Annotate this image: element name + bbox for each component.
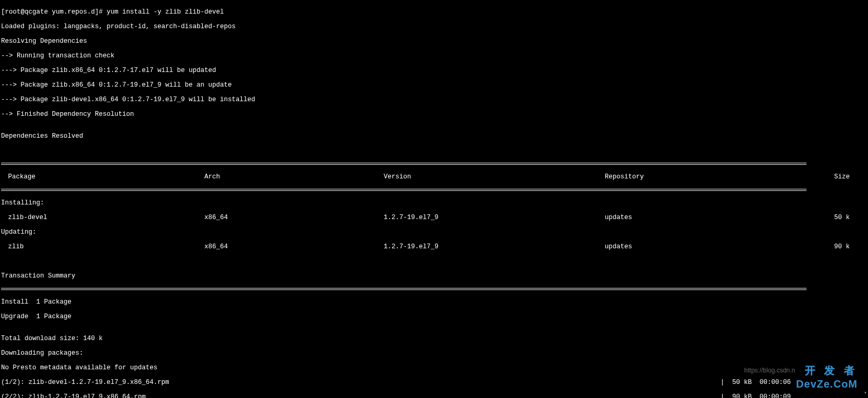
line: Total download size: 140 k bbox=[1, 335, 868, 342]
col-header-arch: Arch bbox=[204, 173, 384, 180]
scroll-down-icon[interactable]: ▾ bbox=[864, 390, 867, 397]
line: No Presto metadata available for updates bbox=[1, 364, 868, 371]
col-header-repository: Repository bbox=[605, 173, 798, 180]
download-row: (2/2): zlib-1.2.7-19.el7_9.x86_64.rpm | … bbox=[1, 393, 806, 398]
summary-line: Upgrade 1 Package bbox=[1, 313, 868, 320]
line: ---> Package zlib.x86_64 0:1.2.7-19.el7_… bbox=[1, 81, 868, 89]
col-header-size: Size bbox=[798, 173, 860, 180]
blank bbox=[1, 147, 868, 154]
watermark-cn: 开 发 者 bbox=[805, 367, 858, 374]
line: Loaded plugins: langpacks, product-id, s… bbox=[1, 23, 868, 30]
blank bbox=[1, 258, 868, 265]
summary-line: Install 1 Package bbox=[1, 298, 868, 306]
line: ---> Package zlib-devel.x86_64 0:1.2.7-1… bbox=[1, 96, 868, 103]
line: --> Finished Dependency Resolution bbox=[1, 111, 868, 118]
watermark-url: https://blog.csdn.n bbox=[744, 367, 795, 374]
prompt-line-1: [root@qcgate yum.repos.d]# yum install -… bbox=[1, 8, 868, 16]
line: Resolving Dependencies bbox=[1, 38, 868, 45]
table-row: zlib x86_64 1.2.7-19.el7_9 updates 90 k bbox=[1, 243, 868, 250]
transaction-summary-label: Transaction Summary bbox=[1, 272, 868, 280]
line: ---> Package zlib.x86_64 0:1.2.7-17.el7 … bbox=[1, 67, 868, 74]
table-header-row: Package Arch Version Repository Size bbox=[1, 173, 868, 180]
line: --> Running transaction check bbox=[1, 52, 868, 59]
section-installing: Installing: bbox=[1, 199, 868, 207]
section-updating: Updating: bbox=[1, 228, 868, 236]
download-row: (1/2): zlib-devel-1.2.7-19.el7_9.x86_64.… bbox=[1, 379, 806, 386]
watermark-en: DevZe.CoM bbox=[796, 380, 858, 388]
col-header-version: Version bbox=[384, 173, 605, 180]
table-rule-mid bbox=[1, 189, 806, 191]
col-header-package: Package bbox=[1, 173, 204, 180]
table-row: zlib-devel x86_64 1.2.7-19.el7_9 updates… bbox=[1, 214, 868, 221]
line: Dependencies Resolved bbox=[1, 132, 868, 140]
terminal-output[interactable]: [root@qcgate yum.repos.d]# yum install -… bbox=[0, 0, 868, 398]
table-rule-top bbox=[1, 163, 806, 165]
line: Downloading packages: bbox=[1, 349, 868, 357]
summary-rule bbox=[1, 288, 806, 290]
